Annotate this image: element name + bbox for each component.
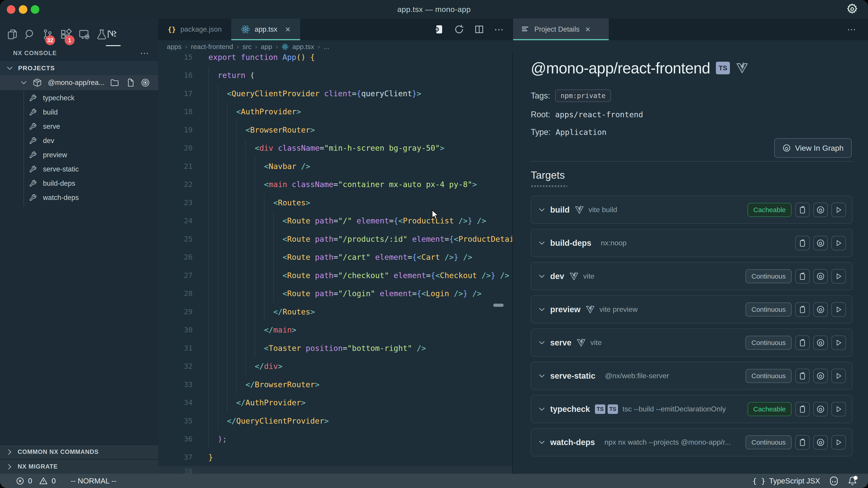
view-logs-icon-button[interactable]: [813, 269, 828, 284]
target-row-preview[interactable]: preview vite preview Continuous: [531, 295, 852, 324]
projects-section-header[interactable]: PROJECTS: [0, 61, 158, 75]
code-line-35[interactable]: 35</QueryClientProvider>: [158, 412, 513, 430]
test-beaker-icon[interactable]: [96, 29, 107, 40]
sidebar-target-build-deps[interactable]: build-deps: [0, 176, 158, 191]
target-row-dev[interactable]: dev vite Continuous: [531, 262, 852, 290]
view-in-graph-button[interactable]: View In Graph: [774, 138, 852, 158]
view-logs-icon-button[interactable]: [813, 302, 828, 317]
target-row-build-deps[interactable]: build-deps nx:noop: [531, 229, 852, 257]
code-line-20[interactable]: 20<div className="min-h-screen bg-gray-5…: [158, 139, 513, 157]
run-target-icon-button[interactable]: [831, 402, 846, 416]
view-logs-icon-button[interactable]: [813, 335, 828, 350]
run-target-icon-button[interactable]: [831, 203, 846, 217]
run-target-icon-button[interactable]: [831, 335, 846, 350]
nx-console-icon[interactable]: [106, 29, 118, 40]
sidebar-target-watch-deps[interactable]: watch-deps: [0, 191, 158, 205]
language-mode[interactable]: { } TypeScript JSX: [752, 477, 820, 485]
breadcrumb-item[interactable]: react-frontend: [191, 43, 233, 51]
copilot-icon[interactable]: [829, 476, 839, 486]
sidebar-target-typecheck[interactable]: typecheck: [0, 91, 158, 105]
run-target-icon-button[interactable]: [831, 269, 846, 284]
code-line-23[interactable]: 23<Routes>: [158, 193, 513, 212]
run-target-icon-button[interactable]: [831, 369, 846, 383]
copy-icon-button[interactable]: [795, 335, 810, 350]
run-target-icon-button[interactable]: [831, 302, 846, 317]
target-row-serve[interactable]: serve vite Continuous: [531, 328, 852, 357]
problems-indicator[interactable]: 0 0 -- NORMAL --: [0, 477, 116, 485]
folder-icon[interactable]: [110, 78, 119, 88]
code-line-30[interactable]: 30</main>: [158, 321, 513, 339]
sidebar-target-preview[interactable]: preview: [0, 148, 158, 162]
target-row-build[interactable]: build vite build Cacheable: [531, 196, 852, 224]
scrollbar-thumb[interactable]: [493, 304, 504, 307]
more-actions-icon[interactable]: ⋯: [494, 24, 504, 35]
section-nx-migrate[interactable]: NX MIGRATE: [0, 459, 158, 474]
code-line-19[interactable]: 19<BrowserRouter>: [158, 121, 513, 139]
copy-icon-button[interactable]: [795, 369, 810, 383]
run-target-icon[interactable]: [433, 24, 444, 35]
target-bullseye-icon[interactable]: [141, 78, 150, 88]
code-area[interactable]: 15export function App() {16return (17<Qu…: [158, 19, 513, 474]
code-line-22[interactable]: 22<main className="container mx-auto px-…: [158, 175, 513, 194]
code-line-32[interactable]: 32</div>: [158, 357, 513, 376]
view-logs-icon-button[interactable]: [813, 435, 828, 450]
breadcrumb-item[interactable]: src: [243, 43, 252, 51]
sidebar-project-row[interactable]: @mono-app/rea...: [0, 75, 158, 90]
code-line-29[interactable]: 29</Routes>: [158, 302, 513, 321]
breadcrumb-item[interactable]: app.tsx: [292, 43, 314, 51]
close-icon[interactable]: ✕: [285, 26, 291, 33]
code-line-17[interactable]: 17<QueryClientProvider client={queryClie…: [158, 84, 513, 103]
editor-panel-divider[interactable]: [512, 19, 513, 474]
code-line-37[interactable]: 37}: [158, 448, 513, 466]
sidebar-target-serve[interactable]: serve: [0, 119, 158, 133]
panel-more-icon[interactable]: ⋯: [847, 24, 868, 34]
code-line-28[interactable]: 28<Route path="/login" element={<Login /…: [158, 285, 513, 303]
breadcrumb-item[interactable]: ...: [323, 43, 329, 51]
settings-gear-icon[interactable]: [846, 3, 859, 15]
sidebar-target-build[interactable]: build: [0, 105, 158, 119]
code-line-21[interactable]: 21<Navbar />: [158, 157, 513, 175]
copy-icon-button[interactable]: [795, 203, 810, 217]
code-line-24[interactable]: 24<Route path="/" element={<ProductList …: [158, 212, 513, 230]
code-line-33[interactable]: 33</BrowserRouter>: [158, 375, 513, 394]
copy-icon-button[interactable]: [795, 302, 810, 317]
copy-icon-button[interactable]: [795, 435, 810, 450]
notifications-bell-icon[interactable]: [848, 476, 857, 486]
code-line-31[interactable]: 31<Toaster position="bottom-right" />: [158, 339, 513, 357]
code-line-34[interactable]: 34</AuthProvider>: [158, 394, 513, 412]
view-logs-icon-button[interactable]: [813, 369, 828, 383]
target-row-watch-deps[interactable]: watch-deps npx nx watch --projects @mono…: [531, 428, 852, 456]
code-line-36[interactable]: 36);: [158, 430, 513, 448]
run-target-icon-button[interactable]: [831, 236, 846, 250]
code-line-26[interactable]: 26<Route path="/cart" element={<Cart />}…: [158, 248, 513, 266]
code-line-18[interactable]: 18<AuthProvider>: [158, 103, 513, 121]
code-line-16[interactable]: 16return (: [158, 66, 513, 85]
section-common-nx-commands[interactable]: COMMON NX COMMANDS: [0, 445, 158, 459]
view-logs-icon-button[interactable]: [813, 203, 828, 217]
tab-app-tsx[interactable]: app.tsx ✕: [231, 19, 300, 40]
view-logs-icon-button[interactable]: [813, 402, 828, 416]
close-icon[interactable]: ✕: [585, 26, 591, 33]
sidebar-target-dev[interactable]: dev: [0, 133, 158, 148]
tab-package-json[interactable]: {} package.json: [158, 19, 231, 40]
sidebar-target-serve-static[interactable]: serve-static: [0, 162, 158, 176]
run-target-icon-button[interactable]: [831, 435, 846, 450]
code-line-27[interactable]: 27<Route path="/checkout" element={<Chec…: [158, 266, 513, 285]
copy-icon-button[interactable]: [795, 236, 810, 250]
view-logs-icon-button[interactable]: [813, 236, 828, 250]
open-config-file-icon[interactable]: [125, 78, 135, 88]
breadcrumb-item[interactable]: app: [261, 43, 272, 51]
copy-icon-button[interactable]: [795, 269, 810, 284]
target-row-typecheck[interactable]: typecheck TSTS tsc --build --emitDeclara…: [531, 395, 852, 423]
split-editor-icon[interactable]: [474, 24, 484, 34]
explorer-icon[interactable]: [6, 29, 18, 40]
remote-explorer-icon[interactable]: [78, 29, 90, 40]
copy-icon-button[interactable]: [795, 402, 810, 416]
refresh-icon[interactable]: [454, 24, 464, 35]
code-line-25[interactable]: 25<Route path="/products/:id" element={<…: [158, 230, 513, 248]
tab-project-details[interactable]: Project Details ✕: [513, 19, 609, 40]
sidebar-more-icon[interactable]: ⋯: [140, 48, 149, 58]
breadcrumb-item[interactable]: apps: [167, 43, 182, 51]
target-row-serve-static[interactable]: serve-static @nx/web:file-server Continu…: [531, 362, 852, 390]
search-icon[interactable]: [24, 29, 36, 40]
